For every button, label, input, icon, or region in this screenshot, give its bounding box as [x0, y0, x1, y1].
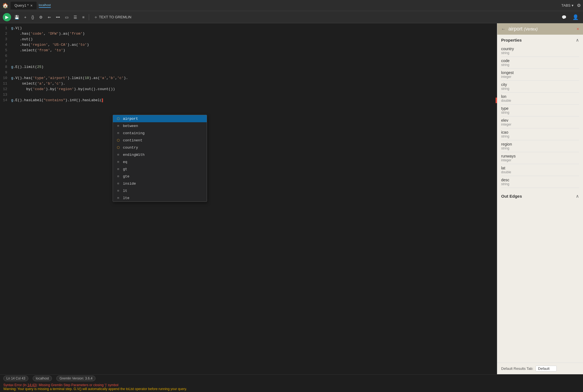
- plugin-button[interactable]: ⚙: [37, 14, 44, 21]
- text-to-gremlin-label: TEXT TO GREMLIN: [99, 15, 131, 19]
- status-bar: Ln 14 Col 43 localhost Gremlin Version: …: [0, 374, 583, 382]
- editor-container[interactable]: 1 g.V() 2 .has('code', 'DFW').as('from')…: [0, 23, 497, 374]
- prop-country: country string: [501, 45, 579, 57]
- line-13: 13: [0, 92, 497, 98]
- line-2: 2 .has('code', 'DFW').as('from'): [0, 31, 497, 37]
- ac-item-lte[interactable]: ⊞ lte: [113, 194, 207, 202]
- add-icon: +: [24, 15, 26, 19]
- format-button[interactable]: {}: [30, 14, 36, 21]
- ac-label: gt: [123, 167, 127, 171]
- save-button[interactable]: 💾: [13, 14, 21, 21]
- ac-item-eq[interactable]: ⊞ eq: [113, 158, 207, 166]
- text-to-gremlin-icon: ⟡: [95, 15, 97, 19]
- prop-elev: elev integer: [501, 116, 579, 128]
- predicate-icon: ⊞: [116, 195, 121, 200]
- toolbar: ▶ 💾 + {} ⚙ ⇐ ••• ▭ ☰ ≡ ⟡ TEXT TO GREMLIN…: [0, 11, 583, 23]
- vertex-icon: ⬡: [116, 116, 121, 121]
- warning-message: Warning: Your query is missing a termina…: [3, 387, 580, 391]
- prop-code: code string: [501, 57, 579, 69]
- default-results-select[interactable]: Default: [536, 366, 557, 371]
- out-edges-section-header[interactable]: Out Edges ∧: [501, 194, 579, 199]
- text-to-gremlin-button[interactable]: ⟡ TEXT TO GREMLIN: [92, 14, 134, 21]
- properties-section-header[interactable]: Properties ∧: [501, 37, 579, 43]
- prop-lat: lat double: [501, 164, 579, 176]
- cursor-position: Ln 14 Col 43: [3, 376, 28, 381]
- ac-item-containing[interactable]: ⊞ containing: [113, 129, 207, 137]
- user-avatar[interactable]: 👤: [571, 13, 580, 21]
- ac-label: eq: [123, 160, 127, 164]
- ac-label: containing: [123, 131, 145, 135]
- ac-item-endingWith[interactable]: ⊞ endingWith: [113, 151, 207, 158]
- prop-region: region string: [501, 140, 579, 152]
- predicate-icon: ⊞: [116, 131, 121, 136]
- ac-item-gte[interactable]: ⊞ gte: [113, 173, 207, 180]
- ac-item-inside[interactable]: ⊞ inside: [113, 180, 207, 187]
- error-message: Syntax Error (ln 14:43): Missing Gremlin…: [3, 383, 580, 387]
- ac-item-gt[interactable]: ⊞ gt: [113, 166, 207, 173]
- prop-type: type string: [501, 105, 579, 116]
- terminal-button[interactable]: ▭: [63, 14, 70, 21]
- home-icon[interactable]: 🏠: [2, 2, 8, 9]
- query-tab[interactable]: Query1 * ×: [11, 2, 37, 9]
- line-9: 9: [0, 70, 497, 75]
- split-left-button[interactable]: ⇐: [46, 14, 53, 21]
- panel-back-button[interactable]: ←: [501, 27, 506, 32]
- layout-button[interactable]: ☰: [72, 14, 79, 21]
- ac-item-continent[interactable]: ⬡ continent: [113, 137, 207, 144]
- line-14: 14 g.E().hasLabel("contains").inV().hasL…: [0, 98, 497, 103]
- ac-label: country: [123, 146, 138, 150]
- save-icon: 💾: [14, 15, 19, 19]
- list-menu-icon: ≡: [82, 15, 84, 19]
- settings-icon[interactable]: ⚙: [577, 3, 581, 8]
- line-3: 3 .out(): [0, 37, 497, 42]
- predicate-icon: ⊞: [116, 174, 121, 179]
- tab-name: Query1 *: [14, 3, 29, 7]
- ac-item-airport[interactable]: ⬡ airport: [113, 115, 207, 122]
- default-results-bar: Default Results Tab: Default: [497, 363, 583, 374]
- predicate-icon: ⊞: [116, 159, 121, 164]
- terminal-icon: ▭: [65, 15, 69, 19]
- properties-section: Properties ∧ country string code string …: [497, 35, 583, 191]
- line-5: 5 .select('from', 'to'): [0, 48, 497, 53]
- ac-item-between[interactable]: ⊞ between: [113, 122, 207, 129]
- predicate-icon: ⊞: [116, 152, 121, 157]
- autocomplete-dropdown: ⬡ airport ⊞ between ⊞ containing ⬡ conti…: [113, 115, 207, 202]
- ac-item-country[interactable]: ⬡ country: [113, 144, 207, 151]
- ac-label: inside: [123, 182, 136, 186]
- chat-icon: 💬: [562, 15, 566, 19]
- panel-close-button[interactable]: ×: [577, 27, 579, 32]
- properties-list: country string code string longest integ…: [501, 45, 579, 188]
- ac-label: continent: [123, 138, 142, 142]
- out-edges-section: Out Edges ∧: [497, 191, 583, 204]
- line-1: 1 g.V(): [0, 26, 497, 31]
- out-edges-collapse-icon[interactable]: ∧: [576, 194, 579, 199]
- chat-button[interactable]: 💬: [560, 14, 568, 21]
- line-7: 7: [0, 59, 497, 64]
- add-tab-button[interactable]: +: [22, 14, 28, 21]
- ac-label: airport: [123, 117, 138, 121]
- ac-item-lt[interactable]: ⊞ lt: [113, 187, 207, 194]
- top-bar: 🏠 Query1 * × localhost TABS ▾ ⚙: [0, 0, 583, 11]
- plugin-icon: ⚙: [39, 15, 43, 19]
- error-link[interactable]: 14:43: [27, 383, 36, 387]
- panel-subtitle: (Vertex): [524, 27, 537, 31]
- tabs-button[interactable]: TABS ▾: [561, 3, 574, 7]
- prop-city: city string: [501, 81, 579, 93]
- run-button[interactable]: ▶: [3, 13, 11, 21]
- line-11: 11 select('a','b','c').: [0, 81, 497, 86]
- prop-lon: lon double: [501, 93, 579, 105]
- prop-longest: longest integer: [501, 69, 579, 81]
- main-area: 1 g.V() 2 .has('code', 'DFW').as('from')…: [0, 23, 583, 374]
- tab-close-button[interactable]: ×: [30, 3, 32, 8]
- code-editor[interactable]: 1 g.V() 2 .has('code', 'DFW').as('from')…: [0, 23, 497, 105]
- default-results-label: Default Results Tab:: [501, 366, 533, 371]
- prop-icao: icao string: [501, 128, 579, 140]
- predicate-icon: ⊞: [116, 188, 121, 193]
- line-12: 12 by('code').by('region').by(out().coun…: [0, 86, 497, 92]
- ac-label: gte: [123, 174, 129, 179]
- list-menu-button[interactable]: ≡: [80, 14, 86, 21]
- dots-button[interactable]: •••: [54, 14, 62, 21]
- properties-collapse-icon[interactable]: ∧: [576, 37, 579, 43]
- ac-label: lt: [123, 189, 127, 193]
- out-edges-section-title: Out Edges: [501, 194, 522, 198]
